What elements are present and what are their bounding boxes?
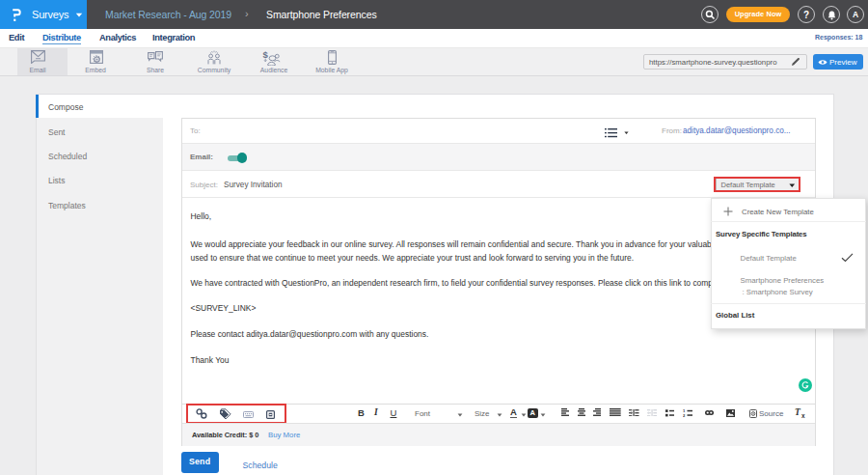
svg-text:$: $	[262, 50, 268, 60]
svg-text:2: 2	[683, 413, 686, 417]
